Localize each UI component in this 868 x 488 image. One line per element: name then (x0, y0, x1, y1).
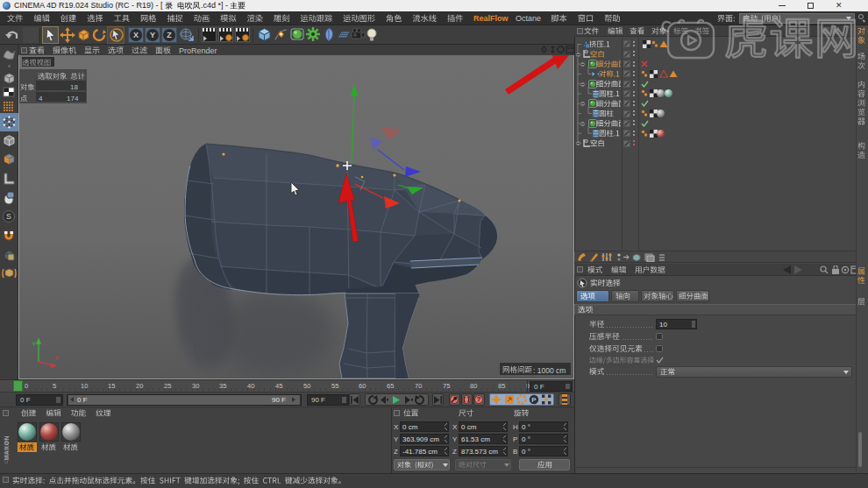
svg-text:S: S (6, 212, 11, 221)
svg-text:P: P (531, 396, 537, 404)
